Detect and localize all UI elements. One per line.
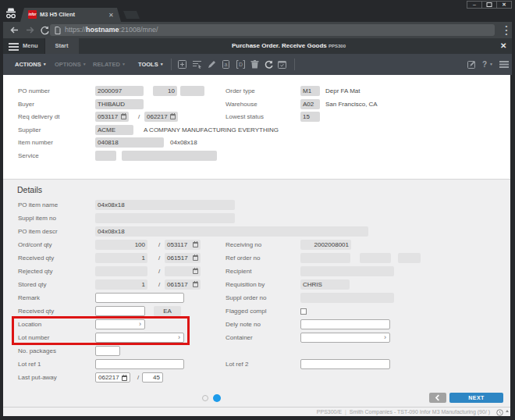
svg-text:a: a	[225, 62, 228, 67]
svg-text:D: D	[239, 62, 243, 67]
